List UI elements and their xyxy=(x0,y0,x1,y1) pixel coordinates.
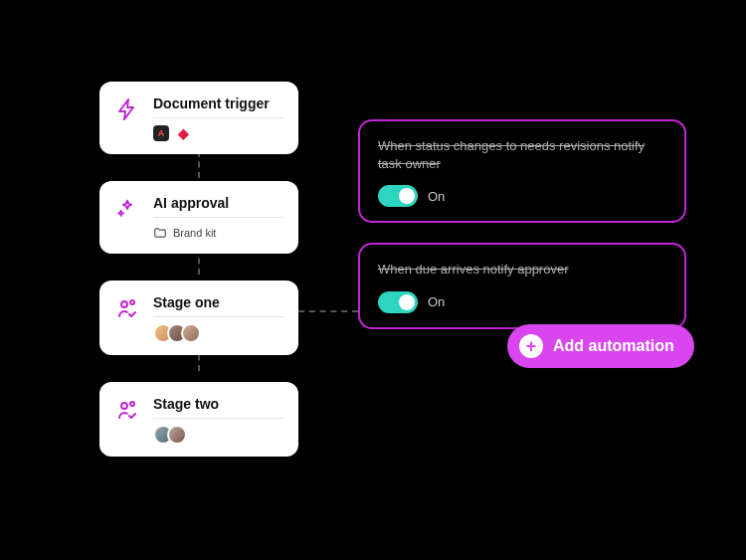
folder-icon xyxy=(153,226,167,240)
plus-icon: + xyxy=(519,334,543,358)
stages-column: Document trigger A ◆ AI approval Brand k… xyxy=(99,82,298,483)
stage-body: Stage two xyxy=(153,396,284,445)
avatar xyxy=(167,425,187,445)
toggle-row: On xyxy=(378,291,666,313)
stage-title: AI approval xyxy=(153,195,284,218)
sparkle-icon xyxy=(113,195,141,223)
toggle-state-label: On xyxy=(428,294,445,309)
connector-horizontal xyxy=(298,310,358,312)
stage-card-stage-one[interactable]: Stage one xyxy=(99,280,298,355)
stage-title: Stage one xyxy=(153,294,284,317)
stage-meta-avatars xyxy=(153,323,284,343)
toggle-switch[interactable] xyxy=(378,185,418,207)
automation-card[interactable]: When status changes to needs revisions n… xyxy=(358,119,686,223)
stage-body: Stage one xyxy=(153,294,284,343)
person-check-icon xyxy=(113,396,141,424)
ruby-icon: ◆ xyxy=(175,125,191,141)
avatar-stack xyxy=(153,425,187,445)
stage-card-ai-approval[interactable]: AI approval Brand kit xyxy=(99,181,298,254)
automation-card[interactable]: When due arrives notify approver On xyxy=(358,243,686,328)
automation-description: When due arrives notify approver xyxy=(378,261,666,279)
svg-point-3 xyxy=(130,402,134,406)
stage-meta-folder: Brand kit xyxy=(153,224,284,242)
toggle-state-label: On xyxy=(428,189,445,204)
stage-meta-apps: A ◆ xyxy=(153,124,284,142)
add-automation-label: Add automation xyxy=(553,337,674,355)
stage-title: Document trigger xyxy=(153,95,284,118)
folder-label: Brand kit xyxy=(173,227,216,239)
toggle-switch[interactable] xyxy=(378,291,418,313)
avatar xyxy=(181,323,201,343)
person-check-icon xyxy=(113,294,141,322)
stage-body: Document trigger A ◆ xyxy=(153,95,284,142)
bolt-icon xyxy=(113,95,141,123)
stage-card-stage-two[interactable]: Stage two xyxy=(99,382,298,457)
automation-description: When status changes to needs revisions n… xyxy=(378,137,666,173)
stage-title: Stage two xyxy=(153,396,284,419)
automations-column: When status changes to needs revisions n… xyxy=(358,119,686,349)
stage-meta-avatars xyxy=(153,425,284,445)
avatar-stack xyxy=(153,323,201,343)
toggle-row: On xyxy=(378,185,666,207)
svg-point-2 xyxy=(121,403,127,409)
svg-point-0 xyxy=(121,301,127,307)
stage-card-document-trigger[interactable]: Document trigger A ◆ xyxy=(99,82,298,154)
svg-point-1 xyxy=(130,300,134,304)
app-icon: A xyxy=(153,125,169,141)
stage-body: AI approval Brand kit xyxy=(153,195,284,242)
add-automation-button[interactable]: + Add automation xyxy=(507,324,694,368)
